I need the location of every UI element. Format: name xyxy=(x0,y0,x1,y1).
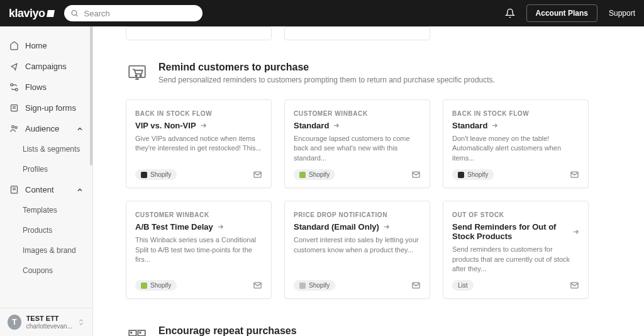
card-eyebrow: CUSTOMER WINBACK xyxy=(135,211,262,218)
sidebar-item-home[interactable]: Home xyxy=(0,35,92,56)
grid-icon xyxy=(126,325,148,336)
card-title: Send Reminders for Out of Stock Products xyxy=(452,222,579,241)
arrow-right-icon xyxy=(217,223,224,230)
arrow-right-icon xyxy=(383,223,390,230)
card-desc: Convert interest into sales by letting y… xyxy=(294,235,421,255)
integration-dot-icon xyxy=(299,172,306,178)
sidebar-item-label: Coupons xyxy=(23,266,53,275)
audience-icon xyxy=(9,124,19,133)
integration-dot-icon xyxy=(458,172,464,178)
logo[interactable]: klaviyo xyxy=(9,7,54,20)
svg-point-14 xyxy=(140,75,142,76)
send-icon xyxy=(9,62,19,71)
sidebar-item-label: Profiles xyxy=(23,165,48,174)
sidebar-item-profiles[interactable]: Profiles xyxy=(0,159,92,179)
support-link[interactable]: Support xyxy=(609,9,635,18)
svg-point-2 xyxy=(10,84,13,86)
sidebar-item-content[interactable]: Content xyxy=(0,179,92,200)
search-wrap xyxy=(64,5,203,21)
svg-rect-30 xyxy=(138,330,145,336)
card-eyebrow: PRICE DROP NOTIFICATION xyxy=(294,211,421,218)
sidebar-item-signup-forms[interactable]: Sign-up forms xyxy=(0,98,92,118)
card-desc: This Winback series uses a Conditional S… xyxy=(135,235,262,264)
card-eyebrow: CUSTOMER WINBACK xyxy=(294,110,421,117)
sidebar-item-coupons[interactable]: Coupons xyxy=(0,260,92,281)
app-header: klaviyo Account Plans Support xyxy=(0,0,644,26)
flow-card[interactable]: BACK IN STOCK FLOWStandardDon't leave mo… xyxy=(443,99,589,188)
sidebar-item-flows[interactable]: Flows xyxy=(0,77,92,98)
card-desc: Give VIPs advanced notice when items the… xyxy=(135,134,262,154)
flow-card[interactable]: BACK IN STOCK FLOWVIP vs. Non-VIPGive VI… xyxy=(126,99,272,188)
card-title: A/B Test Time Delay xyxy=(135,222,262,232)
sidebar-item-images-brand[interactable]: Images & brand xyxy=(0,240,92,260)
email-icon xyxy=(253,281,262,290)
home-icon xyxy=(9,41,19,50)
svg-point-7 xyxy=(11,126,14,128)
sidebar-item-label: Campaigns xyxy=(25,62,67,71)
sidebar: Home Campaigns Flows Sign-up forms Audie… xyxy=(0,26,93,336)
flow-card[interactable]: OUT OF STOCKSend Reminders for Out of St… xyxy=(443,201,589,299)
svg-point-8 xyxy=(15,126,17,128)
logo-mark-icon xyxy=(47,10,55,17)
arrow-right-icon xyxy=(491,122,498,129)
chevron-up-icon xyxy=(76,186,84,194)
card-title: Standard (Email Only) xyxy=(294,222,421,232)
form-icon xyxy=(9,103,19,113)
section-title: Remind customers to purchase xyxy=(158,62,495,73)
header-right: Account Plans Support xyxy=(505,4,635,22)
svg-point-13 xyxy=(135,75,136,76)
sidebar-item-audience[interactable]: Audience xyxy=(0,118,92,139)
sidebar-item-campaigns[interactable]: Campaigns xyxy=(0,56,92,77)
flow-card[interactable]: CUSTOMER WINBACKStandardEncourage lapsed… xyxy=(284,99,430,188)
flows-icon xyxy=(9,82,19,92)
section-desc: Send personalized reminders to customers… xyxy=(158,76,495,84)
sidebar-item-label: Flows xyxy=(25,82,47,92)
section-header-remind: Remind customers to purchase Send person… xyxy=(93,40,644,94)
arrow-right-icon xyxy=(572,228,579,235)
section-header-encourage: Encourage repeat purchases After a custo… xyxy=(93,304,644,336)
svg-rect-29 xyxy=(129,330,136,336)
svg-line-1 xyxy=(75,14,77,16)
search-input[interactable] xyxy=(64,5,203,21)
updown-icon xyxy=(77,318,85,327)
integration-dot-icon xyxy=(141,283,147,289)
sidebar-item-templates[interactable]: Templates xyxy=(0,200,92,220)
flow-card[interactable]: CUSTOMER WINBACKA/B Test Time DelayThis … xyxy=(126,201,272,299)
integration-tag: List xyxy=(452,280,474,291)
integration-tag: Shopify xyxy=(135,169,177,180)
sidebar-item-label: Audience xyxy=(25,124,59,133)
sidebar-item-label: Lists & segments xyxy=(23,145,80,154)
sidebar-item-products[interactable]: Products xyxy=(0,220,92,240)
search-icon xyxy=(70,9,79,18)
main-content[interactable]: Remind customers to purchase Send person… xyxy=(93,26,644,336)
sidebar-item-lists-segments[interactable]: Lists & segments xyxy=(0,139,92,159)
svg-point-34 xyxy=(140,332,141,333)
notifications-icon[interactable] xyxy=(505,8,515,18)
sidebar-item-label: Content xyxy=(25,185,54,194)
svg-point-3 xyxy=(15,88,18,91)
card-desc: Encourage lapsed customers to come back … xyxy=(294,134,421,163)
flow-card[interactable]: PRICE DROP NOTIFICATIONStandard (Email O… xyxy=(284,201,430,299)
previous-section-cards xyxy=(93,26,644,40)
sidebar-item-label: Images & brand xyxy=(23,246,76,255)
content-icon xyxy=(9,185,19,194)
integration-tag: Shopify xyxy=(135,280,177,291)
account-name: TEST ETT xyxy=(26,315,72,322)
card-title: VIP vs. Non-VIP xyxy=(135,121,262,130)
card-placeholder[interactable] xyxy=(126,26,272,40)
email-icon xyxy=(253,170,262,179)
sidebar-item-label: Home xyxy=(25,41,47,50)
account-plans-button[interactable]: Account Plans xyxy=(526,4,597,22)
email-icon xyxy=(411,170,421,179)
integration-tag: Shopify xyxy=(294,280,335,291)
card-desc: Don't leave money on the table! Automati… xyxy=(452,134,579,163)
sidebar-item-label: Products xyxy=(23,226,52,235)
arrow-right-icon xyxy=(333,122,340,129)
card-placeholder[interactable] xyxy=(284,26,430,40)
card-title: Standard xyxy=(452,121,579,130)
chevron-up-icon xyxy=(76,125,84,133)
integration-tag: Shopify xyxy=(452,169,494,180)
account-switcher[interactable]: T TEST ETT charlottevevan... xyxy=(0,308,92,336)
avatar: T xyxy=(8,315,21,330)
section-title: Encourage repeat purchases xyxy=(158,325,506,336)
